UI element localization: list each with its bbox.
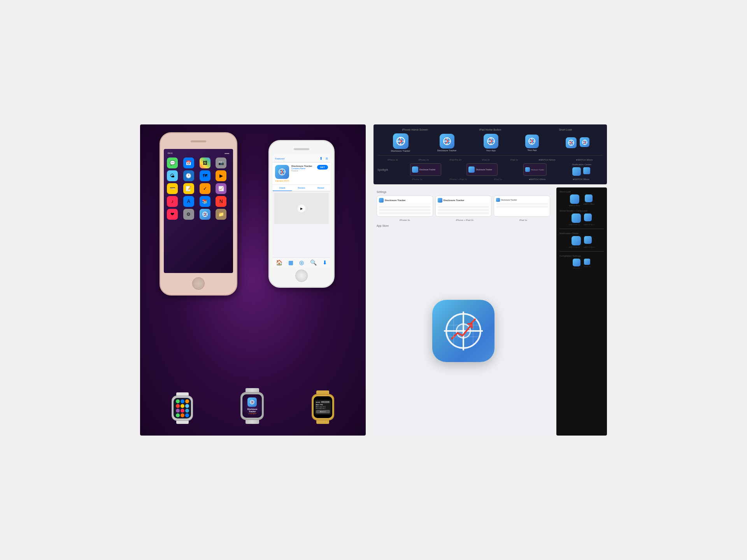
settings-section: Settings Disclosure Tracker [374,187,553,436]
watch-notif-icons [572,167,591,176]
charts-nav[interactable]: ▦ [288,259,293,266]
sl-w42: ●WATCH 42mm [529,178,545,180]
device-labels-row: iPhone Home Screen iPad Home Button Shor… [377,128,603,131]
hl-38-label: ●WATCH 38mm [584,224,595,226]
app-icon-videos[interactable]: ▶ [216,170,226,181]
spotlight-ipad-sm: Disclosure Tracker [523,163,547,176]
app-icon-ibooks[interactable]: 📚 [200,196,210,207]
search-nav[interactable]: 🔍 [310,259,317,266]
sl-w38: ●WATCH 38mm [573,178,589,180]
app-icon-itunes[interactable]: ♪ [167,196,178,207]
updates-nav[interactable]: ⬇ [323,259,327,266]
watch-1-band-top [176,392,189,396]
back-button[interactable]: Featured [275,158,284,160]
tab-reviews[interactable]: Reviews [292,185,311,191]
watch-notification: 10:00 DISCLOSURE Alert Title Alert copy … [315,400,331,415]
iphone-right-screen: Featured ⬆ ≡ [273,155,330,267]
app-icon-health[interactable]: ❤ [167,209,178,220]
notif-icon-1 [572,167,581,176]
spotlight-label: Spotlight [377,168,397,171]
app-icon-stocks[interactable]: 📈 [216,183,226,194]
app-store-nav: Featured ⬆ ≡ [273,155,330,163]
settings-row-a [379,206,431,208]
spotlight-ipad-text: Disclosure Tracker [476,168,492,171]
divider-1 [377,155,603,156]
sl-watch-1: ●WATCH 42mm [569,194,580,206]
settings-labels: iPhone 3x iPhone + iPad 2x iPad 1x [377,219,550,221]
app-icon-camera[interactable]: 📷 [216,158,226,168]
home-lock-labels: ●WATCH 42mm ●WATCH 38mm [559,224,604,226]
app-grid: 💬 📅 🖼 📷 🌤 🕐 🗺 ▶ 💳 📝 ✓ 📈 [166,157,231,220]
app-icon-messages[interactable]: 💬 [167,158,178,168]
big-app-icon-svg [440,308,487,354]
upload-icon[interactable]: ⬆ [319,156,323,161]
disclosure-icon-large [393,133,409,149]
home-nav[interactable]: 🏠 [276,259,282,266]
iphone-right-home-btn[interactable] [295,270,308,282]
spotlight-devices: Disclosure Tracker Disclosure Tracker Di… [398,163,603,176]
label-short-look: Short Look [528,128,603,131]
settings-icon-1 [379,198,384,203]
settings-row-e [438,209,489,211]
menu-icon[interactable]: ≡ [326,156,328,161]
cs-label-1: iPhone 3x [573,267,580,269]
main-container: 09:41 ●●●● 💬 📅 🖼 📷 🌤 🕐 🗺 ▶ [140,124,607,436]
divider-2 [559,229,604,229]
watch-icons-top [566,137,589,148]
get-button[interactable]: GET [317,165,328,170]
app-icon-maps[interactable]: 🗺 [200,170,210,181]
app-icon-clock[interactable]: 🕐 [183,170,194,181]
app-icon-disclosure[interactable] [200,209,210,220]
hl-icon-2 [584,214,592,221]
home-screen: 09:41 ●●●● 💬 📅 🖼 📷 🌤 🕐 🗺 ▶ [164,149,233,273]
explore-nav[interactable]: ◎ [299,259,304,266]
watches-row: Disclosure Tracker YOUR APP 10 [148,388,358,424]
settings-title: Settings [377,191,550,193]
watch-time-label: 10:00 [316,401,320,403]
app-listing-icon [275,165,289,179]
app-icon-news[interactable]: N [216,196,226,207]
sl-watch-2: ●WATCH 38mm [583,194,594,206]
disclosure-icon-3 [525,135,539,148]
watch-3: 10:00 DISCLOSURE Alert Title Alert copy … [312,390,334,424]
app-icon-appstore[interactable]: A [183,196,194,207]
app-icon-photos[interactable]: 🖼 [200,158,210,168]
app-icon-wallet[interactable]: 💳 [167,183,178,194]
action-button[interactable]: Action 1 [316,410,330,413]
hl-icon-1 [572,214,581,223]
app-icon-folder[interactable]: 📁 [216,209,226,220]
size-ipad-pro: iPad Pro 2x [449,159,461,161]
size-3x: iPhone 3x [388,159,398,161]
sl-3x: iPhone 3x [412,178,423,180]
notif-icon-2 [583,167,590,174]
app-icon-weather[interactable]: 🌤 [167,170,178,181]
spotlight-iphone: Disclosure Tracker [410,163,441,176]
size-labels: iPhone 3x iPhone 2x iPad Pro 2x iPad 2x … [377,159,603,161]
watch-3-frame: 10:00 DISCLOSURE Alert Title Alert copy … [312,394,334,420]
tab-details[interactable]: Details [273,185,292,191]
app-icon-calendar[interactable]: 📅 [183,158,194,168]
compilation-section: Compilation Settings iPhone 3x iPhone 2x [559,255,604,269]
play-button[interactable]: ▶ [298,205,305,212]
iphone-right-speaker [294,148,309,150]
iphone-left-frame: 09:41 ●●●● 💬 📅 🖼 📷 🌤 🕐 🗺 ▶ [160,132,237,296]
app-icon-notes[interactable]: 📝 [183,183,194,194]
watch-notif-label: DISCLOSURE [321,401,330,403]
size-ipad-1x: iPad 1x [510,159,518,161]
settings-card-title-3: Disclosure Tracker [501,199,517,201]
watch-2-screen: Disclosure Tracker YOUR APP [242,394,262,418]
app-icon-settings[interactable]: ⚙ [183,209,194,220]
label-iphone-home: iPhone Home Screen [377,128,452,131]
tab-related[interactable]: Related [311,185,330,191]
cs-label-2: iPhone 2x [584,266,591,268]
size-watch-38: ●WATCH 38mm [576,159,593,161]
settings-icon-3 [496,198,500,202]
iphone-right-frame: Featured ⬆ ≡ [268,140,335,288]
app-store-bottom-nav: 🏠 ▦ ◎ 🔍 ⬇ [273,257,330,267]
right-panel: iPhone Home Screen iPad Home Button Shor… [374,124,607,436]
app-icon-reminders[interactable]: ✓ [200,183,210,194]
big-icon-container [377,229,550,432]
app-rating: ★★★★★ (5537) [275,180,328,182]
iphone-home-button[interactable] [192,277,205,290]
sl-ipad1x: iPad 1x [494,178,502,180]
